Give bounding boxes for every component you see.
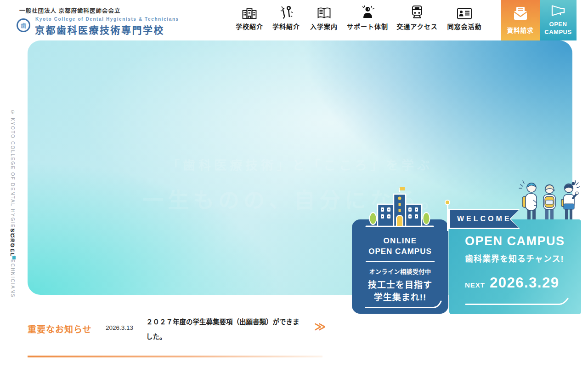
school-building-icon bbox=[242, 5, 257, 19]
request-materials-label: 資料請求 bbox=[507, 25, 534, 34]
arrow-swoosh-icon bbox=[465, 298, 569, 306]
hero-catch-line1: 「歯科医療技術」と「こころ」を学ぶ bbox=[167, 155, 433, 173]
news-date: 2026.3.13 bbox=[106, 324, 133, 331]
school-name-ja[interactable]: 京都歯科医療技術専門学校 bbox=[35, 23, 164, 36]
scroll-dot bbox=[12, 256, 16, 259]
nav-label: 入学案内 bbox=[310, 22, 338, 31]
divider bbox=[366, 261, 435, 262]
nav-label: 交通アクセス bbox=[396, 22, 437, 31]
school-logo-icon[interactable]: 歯 bbox=[17, 18, 30, 32]
support-person-icon bbox=[361, 5, 375, 19]
scroll-indicator: SCROLL bbox=[10, 229, 15, 257]
welcome-flag-pole bbox=[447, 204, 448, 231]
welcome-ribbon-label: WELCOME bbox=[457, 215, 512, 223]
school-name-en: Kyoto College of Dental Hygienists & Tec… bbox=[35, 17, 179, 22]
open-campus-card-title: OPEN CAMPUS bbox=[465, 234, 581, 248]
open-campus-card-subtitle: 歯科業界を知るチャンス! bbox=[465, 252, 581, 264]
page: 一般社団法人 京都府歯科医師会会立 歯 Kyoto College of Den… bbox=[0, 0, 588, 368]
online-card-title-line1: ONLINE bbox=[352, 236, 448, 246]
nav-item-departments[interactable]: 学科紹介 bbox=[272, 5, 300, 31]
online-card-message-line1: 技工士を目指す bbox=[352, 278, 448, 290]
nav-label: 学科紹介 bbox=[272, 22, 300, 31]
nav-label: サポート体制 bbox=[347, 22, 388, 31]
chevron-more-icon[interactable]: ≫ bbox=[314, 320, 326, 333]
nav-item-school[interactable]: 学校紹介 bbox=[236, 5, 263, 31]
train-icon bbox=[411, 5, 424, 19]
nav-item-alumni[interactable]: 同窓会活動 bbox=[447, 5, 482, 31]
open-campus-button[interactable]: OPEN CAMPUS bbox=[540, 0, 577, 40]
megaphone-icon bbox=[550, 5, 566, 19]
next-label: NEXT bbox=[465, 281, 485, 289]
school-building-illustration bbox=[365, 185, 434, 230]
nav-item-admissions[interactable]: 入学案内 bbox=[310, 5, 338, 31]
students-illustration bbox=[518, 178, 581, 222]
next-date: 2026.3.29 bbox=[490, 275, 559, 291]
nav-label: 同窓会活動 bbox=[447, 22, 482, 31]
id-card-icon bbox=[457, 5, 472, 19]
envelope-icon bbox=[513, 6, 528, 23]
open-book-icon bbox=[317, 5, 331, 19]
welcome-ribbon: WELCOME bbox=[448, 209, 520, 229]
dental-tools-icon bbox=[279, 5, 294, 19]
news-heading: 重要なお知らせ bbox=[28, 322, 92, 335]
nav-item-access[interactable]: 交通アクセス bbox=[396, 5, 437, 31]
nav-label: 学校紹介 bbox=[236, 22, 263, 31]
news-divider-line bbox=[28, 356, 322, 357]
online-card-subtitle: オンライン相談受付中 bbox=[352, 267, 448, 276]
arrow-swoosh-icon bbox=[365, 300, 442, 309]
news-item-link[interactable]: ２０２７年度の学生募集要項（出願書類）ができました。 bbox=[146, 315, 305, 344]
online-card-title-line2: OPEN CAMPUS bbox=[352, 247, 448, 256]
vertical-copyright: © KYOTO COLLEGE OF DENTAL HYGIENISTS & T… bbox=[10, 109, 15, 298]
institution-label: 一般社団法人 京都府歯科医師会会立 bbox=[19, 6, 120, 15]
open-campus-card[interactable]: OPEN CAMPUS 歯科業界を知るチャンス! NEXT 2026.3.29 bbox=[449, 219, 581, 314]
welcome-flag-ball bbox=[445, 200, 450, 205]
nav-item-support[interactable]: サポート体制 bbox=[347, 5, 388, 31]
online-open-campus-card[interactable]: ONLINE OPEN CAMPUS オンライン相談受付中 技工士を目指す 学生… bbox=[352, 219, 448, 314]
logo-glyph: 歯 bbox=[21, 22, 26, 29]
open-campus-button-label: OPEN CAMPUS bbox=[544, 21, 571, 36]
request-materials-button[interactable]: 資料請求 bbox=[501, 0, 540, 40]
